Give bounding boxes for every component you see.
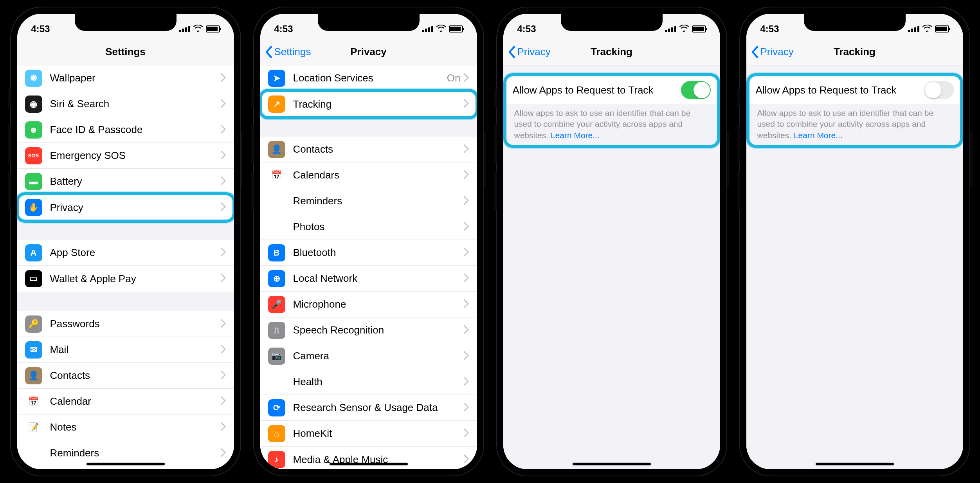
settings-row[interactable]: ▭ Wallet & Apple Pay [17,266,234,292]
settings-row[interactable]: ♥ Health [260,369,477,395]
screen: 4:53 Settings Privacy ➤ Location Service… [260,14,477,469]
settings-row[interactable]: 👤 Contacts [17,363,234,389]
disclosure-indicator [221,371,226,381]
row-icon: ◉ [25,96,42,113]
row-label: Contacts [50,369,221,382]
home-indicator[interactable] [816,463,894,465]
settings-row[interactable]: ✉ Mail [17,337,234,363]
chevron-right-icon [221,448,226,457]
settings-group: ➤ Location Services On ↗ Tracking [260,65,477,117]
settings-row[interactable]: 🔑 Passwords [17,311,234,337]
status-indicators [422,25,463,34]
allow-tracking-switch[interactable] [924,81,954,99]
chevron-right-icon [221,177,226,185]
page-title: Tracking [834,46,876,58]
settings-row[interactable]: ▬ Battery [17,169,234,195]
back-button[interactable]: Privacy [751,46,794,58]
settings-row[interactable]: ♪ Media & Apple Music [260,447,477,469]
row-label: Tracking [293,98,464,110]
settings-row[interactable]: B Bluetooth [260,240,477,266]
allow-tracking-switch[interactable] [681,81,711,99]
settings-row[interactable]: ➤ Location Services On [260,65,477,91]
page-title: Privacy [350,46,387,58]
chevron-right-icon [464,403,469,411]
disclosure-indicator [464,144,469,155]
toggle-label: Allow Apps to Request to Track [513,84,681,96]
row-label: Microphone [293,298,464,310]
chevron-left-icon [751,46,759,58]
home-indicator[interactable] [573,463,651,465]
chevron-right-icon [221,345,226,353]
home-indicator[interactable] [86,463,165,465]
chevron-right-icon [464,429,469,437]
settings-row[interactable]: A App Store [17,240,234,266]
row-icon: 📝 [25,419,42,436]
disclosure-indicator [221,248,226,258]
row-label: Reminders [50,447,221,459]
settings-group: 👤 Contacts 📅 Calendars ⋮ Reminders ✿ Pho [260,137,477,469]
home-indicator[interactable] [330,463,408,465]
settings-row[interactable]: SOS Emergency SOS [17,143,234,169]
chevron-right-icon [464,377,469,386]
content: Allow Apps to Request to Track Allow app… [746,65,963,469]
wifi-icon [193,25,203,34]
settings-row[interactable]: 📷 Camera [260,343,477,369]
row-icon: 📷 [268,348,285,365]
status-time: 4:53 [760,23,779,34]
back-button[interactable]: Privacy [508,46,551,58]
row-label: App Store [50,247,221,259]
screen: 4:53 Privacy Tracking Allow Apps to Requ… [503,14,720,469]
row-icon: ↗ [268,96,285,113]
settings-row[interactable]: ↗ Tracking [260,91,477,117]
chevron-right-icon [464,299,469,308]
content: ➤ Location Services On ↗ Tracking 👤 Cont… [260,65,477,469]
row-icon: ⋮ [268,193,285,210]
back-button[interactable]: Settings [265,46,311,58]
chevron-left-icon [508,46,516,58]
back-label: Settings [274,46,311,58]
battery-icon [692,25,706,32]
settings-row[interactable]: ⌂ HomeKit [260,421,477,447]
row-icon: ❋ [25,70,42,87]
battery-icon [206,25,220,32]
back-label: Privacy [517,46,551,58]
chevron-right-icon [221,274,226,282]
settings-group: ❋ Wallpaper ◉ Siri & Search ☻ Face ID & … [17,65,234,220]
settings-row[interactable]: 📝 Notes [17,415,234,440]
settings-row[interactable]: 🎙 Voice Memos [17,466,234,469]
learn-more-link[interactable]: Learn More... [794,131,843,140]
chevron-right-icon [221,248,226,256]
row-icon: ♪ [268,451,285,468]
disclosure-indicator [221,448,226,458]
settings-row[interactable]: 👤 Contacts [260,137,477,162]
chevron-right-icon [221,99,226,108]
content: Allow Apps to Request to Track Allow app… [503,65,720,469]
settings-row[interactable]: 📅 Calendar [17,389,234,415]
settings-row[interactable]: ✿ Photos [260,214,477,240]
back-label: Privacy [760,46,794,58]
settings-row[interactable]: ⋮ Reminders [260,188,477,214]
row-icon: ☻ [25,121,42,139]
row-label: Speech Recognition [293,324,464,336]
row-icon: 🎤 [268,296,285,313]
chevron-right-icon [464,351,469,360]
settings-row[interactable]: ❋ Wallpaper [17,65,234,91]
settings-row[interactable]: ☻ Face ID & Passcode [17,117,234,143]
footer-description: Allow apps to ask to use an identifier t… [757,108,934,140]
disclosure-indicator [464,403,469,413]
settings-row[interactable]: 📅 Calendars [260,162,477,188]
learn-more-link[interactable]: Learn More... [551,131,600,140]
settings-row[interactable]: ✋ Privacy [17,195,234,220]
disclosure-indicator [464,274,469,284]
notch [318,14,420,31]
disclosure-indicator [464,454,469,465]
settings-row[interactable]: ⎍ Speech Recognition [260,317,477,343]
phone-frame: 4:53 Privacy Tracking Allow Apps to Requ… [739,7,970,476]
settings-row[interactable]: 🎤 Microphone [260,292,477,317]
settings-row[interactable]: ◉ Siri & Search [17,91,234,117]
status-time: 4:53 [274,23,293,34]
settings-row[interactable]: ⊕ Local Network [260,266,477,292]
settings-row[interactable]: ⟳ Research Sensor & Usage Data [260,395,477,421]
row-label: Face ID & Passcode [50,124,221,136]
chevron-right-icon [221,422,226,431]
